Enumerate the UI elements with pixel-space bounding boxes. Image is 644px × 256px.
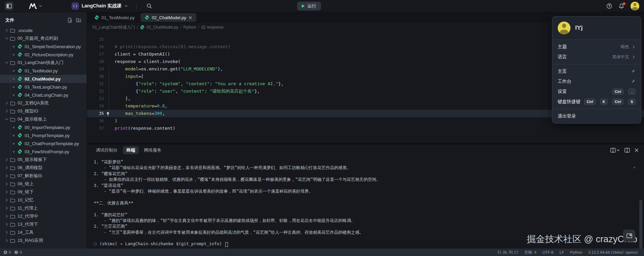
new-folder-button[interactable] (76, 18, 81, 23)
close-panel-icon[interactable] (635, 148, 639, 152)
tab-label: 01_TextModel.py (101, 15, 135, 20)
tree-folder[interactable]: 13_代理下 (0, 220, 87, 228)
line-number: 33 (87, 95, 104, 102)
status-item[interactable]: LF (556, 250, 567, 254)
logo-chevron-down-icon[interactable] (38, 4, 42, 8)
sidebar-toggle-icon (6, 4, 12, 8)
line-number: 30 (87, 73, 104, 80)
split-panel-icon[interactable] (624, 148, 630, 153)
symbol-icon (201, 25, 205, 29)
chevron-right-icon (632, 45, 636, 49)
tree-folder[interactable]: 12_代理中 (0, 212, 87, 220)
tree-folder[interactable]: 15_RAG应用 (0, 236, 87, 245)
panel-tab[interactable]: 调试控制台 (92, 146, 121, 154)
folder-icon (10, 190, 15, 194)
breadcrumb-label: 01_LangChain快速入门 (92, 25, 135, 30)
python-file-icon (18, 133, 22, 138)
tree-folder[interactable]: 00_开篇词_奇点时刻 (0, 34, 87, 42)
project-name: LangChain 实战课 (82, 3, 121, 9)
marscode-logo-icon[interactable] (29, 3, 37, 9)
terminal-line: **二、优雅古典风** (94, 200, 637, 206)
menu-item[interactable]: 主题 暗色 (552, 42, 641, 52)
watermark: 掘金技术社区 @ crazyCrab (527, 233, 637, 245)
terminal-scrollbar[interactable] (639, 200, 642, 249)
tree-file[interactable]: 00_ImportTemplates.py (0, 123, 87, 131)
warnings-badge[interactable]: 0 (14, 250, 22, 254)
tree-folder[interactable]: 09_链下 (0, 188, 87, 196)
panel-tab[interactable]: 网络服务 (141, 146, 165, 154)
status-item[interactable]: UTF-8 (539, 250, 557, 254)
breadcrumb-item[interactable]: Python (183, 25, 196, 30)
scroll-up-arrow[interactable]: ▲ (634, 165, 635, 169)
run-button[interactable]: 运行 (297, 2, 321, 10)
tree-folder[interactable]: 03_模型IO (0, 107, 87, 115)
git-status-dot (13, 143, 14, 145)
status-item[interactable]: 3.12.2 64-bit ('shims': pyenv) (585, 250, 641, 254)
tree-folder[interactable]: .vscode (0, 26, 87, 34)
python-file-icon (18, 125, 22, 130)
help-button[interactable] (606, 3, 612, 9)
tree-item-label: 05_提示模板下 (18, 157, 47, 163)
menu-item[interactable]: 设置 Ctrl. (552, 87, 641, 97)
menu-item[interactable]: 退出登录 (552, 111, 641, 121)
tree-folder[interactable]: 01_LangChain快速入门 (0, 59, 87, 67)
tree-file[interactable]: 04_ChatLongChain.py (0, 91, 87, 99)
tree-file[interactable]: 02_ChatPromptTemplate.py (0, 139, 87, 148)
tree-file[interactable]: 01_PromptTemplate.py (0, 131, 87, 139)
search-button[interactable] (145, 2, 153, 10)
file-explorer-sidebar: 文件 .vscode 00_开篇词_奇点时刻 01_SimpleTextGene… (0, 12, 87, 249)
tree-item-label: 09_链下 (18, 189, 34, 195)
panel-tab[interactable]: 终端 (123, 146, 139, 154)
notifications-button[interactable] (618, 3, 624, 9)
errors-badge[interactable]: 0 (3, 250, 11, 254)
status-item[interactable]: 空格: 4 (521, 250, 539, 255)
breadcrumb-item[interactable]: 01_LangChain快速入门 (92, 25, 135, 30)
python-file-icon (94, 15, 99, 20)
menu-item[interactable]: 主页 (552, 66, 641, 76)
user-avatar-button[interactable] (631, 2, 639, 10)
prompt-venv: (shims) (99, 241, 117, 247)
breadcrumb-item[interactable]: response (201, 25, 224, 30)
new-file-button[interactable] (67, 18, 72, 23)
chevron-right-icon (5, 166, 9, 170)
floating-panel-button[interactable] (623, 230, 635, 242)
close-tab-icon[interactable] (188, 16, 192, 20)
editor-tab[interactable]: 02_ChatModel.py (141, 13, 196, 22)
tree-folder[interactable]: 14_工具 (0, 228, 87, 236)
status-item[interactable]: Python (567, 250, 585, 254)
sidebar-toggle-button[interactable] (5, 2, 13, 10)
menu-item[interactable]: 工作台 (552, 76, 641, 87)
breadcrumb-label: response (207, 25, 224, 30)
tree-file[interactable]: 02_PictureDescription.py (0, 51, 87, 59)
python-file-icon (18, 76, 22, 81)
lightbulb-icon[interactable] (106, 111, 110, 116)
tree-file[interactable]: 01_TextModel.py (0, 67, 87, 75)
tree-folder[interactable]: 08_链上 (0, 180, 87, 188)
editor-tab[interactable]: 01_TextModel.py (90, 13, 139, 22)
tree-file[interactable]: 03_TextLangChain.py (0, 83, 87, 91)
menu-item[interactable]: 键盘快捷键 CtrlKCtrlS (552, 97, 641, 107)
terminal-line: 3. “星语花境” (94, 183, 637, 188)
split-panel-menu-icon[interactable] (610, 148, 620, 153)
menu-item-label: 主页 (558, 68, 567, 74)
breadcrumb-item[interactable]: 02_ChatModel.py (140, 25, 178, 30)
tree-folder[interactable]: 06_调用模型 (0, 164, 87, 172)
tree-item-label: 12_代理中 (18, 213, 38, 219)
tree-file[interactable]: 02_ChatModel.py (0, 75, 87, 83)
project-switcher[interactable]: LangChain 实战课 (71, 2, 128, 10)
tree-file[interactable]: 01_SimpleTextGeneration.py (0, 42, 87, 51)
tree-folder[interactable]: 05_提示模板下 (0, 156, 87, 164)
tree-folder[interactable]: 04_提示模板上 (0, 115, 87, 123)
tree-folder[interactable]: 02_文档QA系统 (0, 99, 87, 107)
tree-folder[interactable]: 10_记忆 (0, 196, 87, 204)
status-item[interactable]: 行 35, 列 17 (495, 250, 521, 255)
menu-item-label: 语言 (558, 54, 567, 60)
menu-item[interactable]: 语言 简体中文 (552, 52, 641, 62)
breadcrumb-separator: / (198, 25, 199, 30)
tree-folder[interactable]: 11_代理上 (0, 204, 87, 212)
folder-icon (10, 206, 15, 211)
chevron-right-icon (5, 198, 9, 202)
tree-file[interactable]: 03_FewShotPrompt.py (0, 148, 87, 156)
tree-folder[interactable]: 07_解析输出 (0, 172, 87, 180)
user-menu: l't'j 主题 暗色 语言 简体中文 主页 (552, 16, 641, 124)
